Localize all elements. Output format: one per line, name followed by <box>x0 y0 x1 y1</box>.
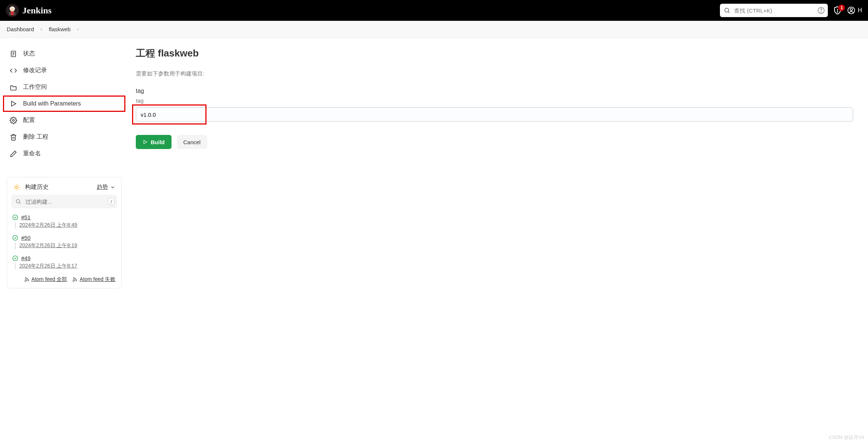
svg-point-18 <box>13 119 15 121</box>
build-row: #50 2024年2月26日 上午8:19 <box>12 232 117 252</box>
svg-rect-3 <box>9 12 11 15</box>
play-icon <box>142 139 148 145</box>
chevron-right-icon <box>76 27 80 32</box>
breadcrumb-item-project[interactable]: flaskweb <box>49 26 70 32</box>
svg-rect-4 <box>14 12 16 15</box>
svg-point-10 <box>837 12 838 12</box>
brand[interactable]: Jenkins <box>6 4 52 17</box>
build-link[interactable]: #51 <box>21 214 31 220</box>
sidebar-item-label: 配置 <box>23 116 35 124</box>
sidebar-item-configure[interactable]: 配置 <box>3 112 125 129</box>
svg-line-29 <box>19 203 20 204</box>
folder-icon <box>10 84 17 91</box>
build-date[interactable]: 2024年2月26日 上午8:49 <box>15 222 116 229</box>
brand-name: Jenkins <box>22 6 52 16</box>
build-date[interactable]: 2024年2月26日 上午8:17 <box>15 263 116 269</box>
sidebar-item-label: 删除 工程 <box>23 133 48 141</box>
svg-point-8 <box>821 12 821 12</box>
svg-point-28 <box>16 200 20 203</box>
svg-line-26 <box>15 189 15 189</box>
success-icon <box>12 255 18 261</box>
sidebar-item-build-params[interactable]: Build with Parameters <box>3 96 125 112</box>
svg-point-31 <box>13 235 17 240</box>
play-icon <box>10 100 17 107</box>
trend-label: 趋势 <box>97 184 108 191</box>
sidebar-item-delete[interactable]: 删除 工程 <box>3 129 125 145</box>
code-icon <box>10 67 17 74</box>
chevron-right-icon <box>39 27 44 32</box>
filter-shortcut-key: / <box>108 198 115 205</box>
user-icon <box>847 6 855 14</box>
build-history-card: 构建历史 趋势 / #51 2024年2月26日 上午8:49 <box>7 177 122 288</box>
sidebar-item-label: 状态 <box>23 50 35 58</box>
success-icon <box>12 214 18 220</box>
help-icon[interactable] <box>817 7 825 14</box>
build-date[interactable]: 2024年2月26日 上午8:19 <box>15 242 116 249</box>
alerts-button[interactable]: 1 <box>833 6 842 15</box>
param-desc: tag <box>136 97 853 104</box>
build-button-label: Build <box>151 139 165 145</box>
page-subtitle: 需要如下参数用于构建项目: <box>136 70 853 77</box>
cancel-button[interactable]: Cancel <box>177 135 208 149</box>
search-icon <box>724 7 730 14</box>
svg-point-32 <box>13 256 17 261</box>
param-input-tag[interactable] <box>136 107 853 122</box>
sun-icon <box>13 184 20 191</box>
jenkins-logo-icon <box>6 4 19 17</box>
search-input[interactable] <box>720 4 828 17</box>
svg-marker-17 <box>12 101 16 106</box>
gear-icon <box>10 117 17 124</box>
sidebar-item-label: Build with Parameters <box>23 100 81 107</box>
build-link[interactable]: #49 <box>21 255 31 261</box>
rss-all-label: Atom feed 全部 <box>32 276 67 283</box>
build-row: #51 2024年2月26日 上午8:49 <box>12 211 117 232</box>
breadcrumb-item-dashboard[interactable]: Dashboard <box>7 26 34 32</box>
top-right: 1 H <box>720 4 862 17</box>
svg-line-22 <box>15 185 15 185</box>
svg-line-23 <box>19 189 19 189</box>
sidebar-item-status[interactable]: 状态 <box>3 45 125 62</box>
svg-line-6 <box>728 12 730 13</box>
svg-point-12 <box>850 8 852 10</box>
rss-all-link[interactable]: Atom feed 全部 <box>24 276 67 283</box>
search-wrap <box>720 4 828 17</box>
svg-marker-35 <box>144 140 147 143</box>
cancel-button-label: Cancel <box>183 139 201 145</box>
user-menu[interactable]: H <box>847 6 862 14</box>
rss-icon <box>72 277 77 282</box>
trash-icon <box>10 133 17 141</box>
sidebar-item-rename[interactable]: 重命名 <box>3 145 125 162</box>
svg-point-30 <box>13 215 17 220</box>
user-label: H <box>858 7 862 14</box>
success-icon <box>12 235 18 241</box>
rss-icon <box>24 277 29 282</box>
svg-point-19 <box>16 186 18 188</box>
rss-fail-label: Atom feed 失败 <box>80 276 115 283</box>
filter-builds-input[interactable] <box>12 195 117 208</box>
build-row: #49 2024年2月26日 上午8:17 <box>12 252 117 272</box>
sidebar-item-changes[interactable]: 修改记录 <box>3 62 125 79</box>
layout: 状态 修改记录 工作空间 Build with Parameters 配置 删除… <box>0 38 868 296</box>
build-button[interactable]: Build <box>136 135 172 149</box>
top-bar: Jenkins 1 H <box>0 0 868 21</box>
sidebar: 状态 修改记录 工作空间 Build with Parameters 配置 删除… <box>0 38 128 296</box>
svg-point-33 <box>25 281 26 281</box>
document-icon <box>10 50 17 58</box>
sidebar-item-label: 工作空间 <box>23 83 47 91</box>
sidebar-item-label: 重命名 <box>23 150 41 158</box>
sidebar-item-workspace[interactable]: 工作空间 <box>3 79 125 96</box>
chevron-down-icon <box>110 185 115 190</box>
trend-toggle[interactable]: 趋势 <box>97 184 115 191</box>
breadcrumb: Dashboard flaskweb <box>0 21 868 38</box>
svg-point-34 <box>73 281 74 281</box>
page-title: 工程 flaskweb <box>136 47 853 60</box>
edit-icon <box>10 150 17 158</box>
history-title: 构建历史 <box>25 183 49 191</box>
svg-point-5 <box>725 8 729 12</box>
search-icon <box>15 198 21 204</box>
svg-line-27 <box>19 185 19 185</box>
alert-badge: 1 <box>838 4 845 11</box>
sidebar-item-label: 修改记录 <box>23 67 47 74</box>
build-link[interactable]: #50 <box>21 235 31 241</box>
rss-fail-link[interactable]: Atom feed 失败 <box>72 276 115 283</box>
